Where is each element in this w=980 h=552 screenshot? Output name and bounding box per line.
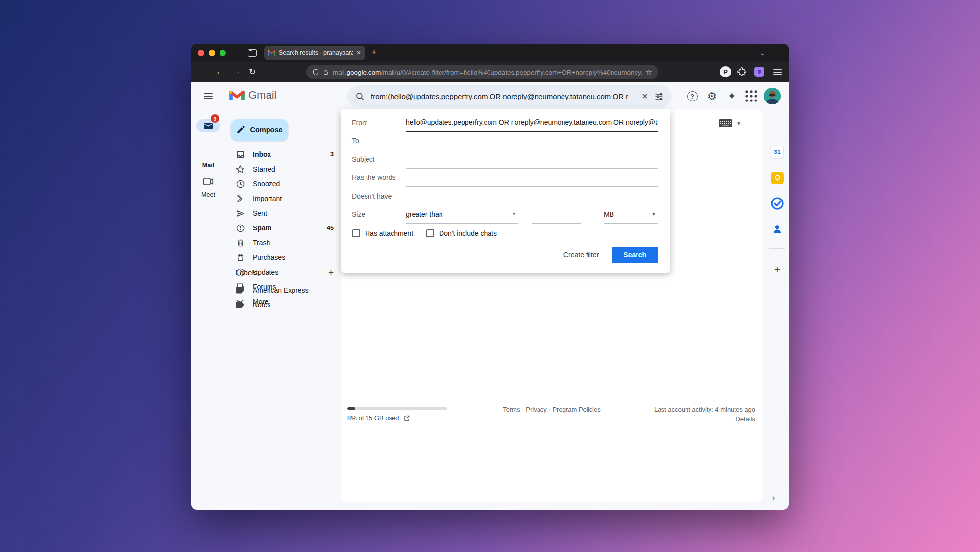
browser-tab[interactable]: Search results - pranayparab20 ✕ bbox=[264, 46, 365, 60]
meet-camera-icon[interactable] bbox=[203, 177, 214, 186]
browser-window: Search results - pranayparab20 ✕ + ⌄ ← →… bbox=[191, 44, 789, 510]
help-icon[interactable]: ? bbox=[686, 90, 699, 102]
url-text[interactable]: mail.google.com/mail/u/0/#create-filter/… bbox=[333, 69, 642, 76]
size-operator-select[interactable]: greater than ▼ bbox=[406, 205, 518, 224]
calendar-icon[interactable]: 31 bbox=[771, 146, 784, 158]
shield-icon[interactable] bbox=[312, 68, 319, 76]
sidebar-toggle-icon[interactable] bbox=[248, 49, 257, 57]
tasks-icon[interactable] bbox=[771, 197, 784, 210]
bookmark-star-icon[interactable]: ☆ bbox=[646, 68, 652, 76]
external-link-icon[interactable] bbox=[403, 415, 410, 422]
clear-search-icon[interactable]: ✕ bbox=[642, 92, 648, 101]
dont-include-chats-checkbox[interactable] bbox=[426, 229, 434, 237]
gmail-favicon bbox=[268, 50, 275, 56]
back-button[interactable]: ← bbox=[216, 67, 224, 76]
pencil-icon bbox=[236, 125, 245, 134]
label-tag-icon bbox=[235, 300, 245, 310]
send-icon bbox=[235, 208, 245, 218]
label-item-notes[interactable]: Notes bbox=[225, 298, 341, 312]
chevron-down-icon: ▼ bbox=[736, 121, 741, 126]
forward-button[interactable]: → bbox=[232, 67, 241, 76]
filter-row-doesnt-have: Doesn't have bbox=[352, 187, 658, 205]
to-input[interactable] bbox=[406, 132, 658, 151]
search-options-icon[interactable] bbox=[654, 92, 664, 101]
filter-row-from: From hello@updates.pepperfry.com OR nore… bbox=[352, 113, 658, 132]
desktop: { "browser": { "tab_title": "Search resu… bbox=[0, 0, 980, 552]
labels-header: Labels + bbox=[235, 265, 334, 280]
account-avatar[interactable] bbox=[764, 88, 781, 104]
size-value-input[interactable] bbox=[532, 205, 581, 224]
sidebar-item-snoozed[interactable]: Snoozed bbox=[225, 176, 341, 191]
main-menu-icon[interactable] bbox=[204, 93, 213, 99]
compose-label: Compose bbox=[250, 126, 282, 134]
input-tools-control[interactable]: ▼ bbox=[719, 119, 741, 127]
tab-list-chevron-icon[interactable]: ⌄ bbox=[760, 50, 765, 57]
important-marker-icon bbox=[235, 194, 245, 203]
profile-badge-icon[interactable]: P bbox=[720, 66, 731, 77]
star-icon bbox=[235, 164, 245, 174]
doesnt-have-input[interactable] bbox=[406, 187, 658, 205]
gmail-sidebar: Compose Inbox 3 Starred Snoozed bbox=[225, 110, 341, 510]
search-input[interactable]: from:(hello@updates.pepperfry.com OR nor… bbox=[371, 92, 636, 100]
tab-title: Search results - pranayparab20 bbox=[279, 50, 353, 56]
keep-icon[interactable] bbox=[771, 172, 784, 184]
create-label-button[interactable]: + bbox=[328, 267, 334, 278]
sidebar-item-trash[interactable]: Trash bbox=[225, 235, 341, 250]
new-tab-button[interactable]: + bbox=[371, 47, 377, 58]
contacts-icon[interactable] bbox=[771, 223, 784, 235]
sidebar-item-sent[interactable]: Sent bbox=[225, 206, 341, 221]
tab-close-icon[interactable]: ✕ bbox=[356, 50, 361, 56]
last-account-activity: Last account activity: 4 minutes ago bbox=[654, 406, 755, 413]
sidebar-item-purchases[interactable]: Purchases bbox=[225, 250, 341, 265]
filter-buttons: Create filter Search bbox=[352, 247, 658, 263]
google-apps-grid-icon[interactable] bbox=[745, 90, 758, 102]
hide-side-panel-chevron-icon[interactable]: › bbox=[772, 493, 775, 502]
settings-gear-icon[interactable]: ⚙ bbox=[706, 90, 718, 102]
sidebar-item-important[interactable]: Important bbox=[225, 191, 341, 206]
search-button[interactable]: Search bbox=[612, 247, 658, 263]
dropdown-arrow-icon: ▼ bbox=[512, 211, 518, 217]
sidebar-item-inbox[interactable]: Inbox 3 bbox=[225, 147, 341, 162]
label-tag-icon bbox=[235, 285, 245, 295]
browser-menu-icon[interactable] bbox=[773, 69, 782, 75]
browser-tab-bar: Search results - pranayparab20 ✕ + ⌄ bbox=[191, 44, 789, 62]
app-rail: 3 Mail Meet bbox=[191, 110, 225, 510]
sidebar-item-starred[interactable]: Starred bbox=[225, 162, 341, 176]
search-icon[interactable] bbox=[355, 92, 365, 101]
get-add-ons-button[interactable]: + bbox=[771, 263, 784, 276]
from-input[interactable]: hello@updates.pepperfry.com OR noreply@n… bbox=[406, 113, 658, 132]
has-attachment-label: Has attachment bbox=[365, 229, 413, 237]
trash-icon bbox=[235, 238, 245, 248]
has-words-input[interactable] bbox=[406, 169, 658, 187]
lock-icon bbox=[323, 69, 329, 76]
minimize-window-button[interactable] bbox=[209, 50, 215, 56]
search-filter-panel: From hello@updates.pepperfry.com OR nore… bbox=[341, 109, 670, 273]
gmail-logo: Gmail bbox=[229, 89, 276, 101]
browser-toolbar: ← → ↻ mail.google.com/mail/u/0/#create-f… bbox=[191, 62, 789, 82]
label-item-american-express[interactable]: American Express bbox=[225, 283, 341, 298]
address-bar[interactable]: mail.google.com/mail/u/0/#create-filter/… bbox=[306, 65, 658, 79]
inbox-icon bbox=[235, 150, 245, 159]
dropdown-arrow-icon: ▼ bbox=[651, 211, 658, 217]
extension-icon[interactable] bbox=[754, 67, 764, 77]
size-unit-select[interactable]: MB ▼ bbox=[604, 205, 658, 224]
gemini-sparkle-icon[interactable]: ✦ bbox=[725, 90, 738, 102]
zoom-window-button[interactable] bbox=[220, 50, 226, 56]
gmail-wordmark: Gmail bbox=[248, 89, 276, 101]
filter-row-subject: Subject bbox=[352, 150, 658, 169]
shopping-bag-icon bbox=[235, 252, 245, 262]
subject-input[interactable] bbox=[406, 150, 658, 169]
search-bar[interactable]: from:(hello@updates.pepperfry.com OR nor… bbox=[347, 85, 672, 107]
filter-row-to: To bbox=[352, 132, 658, 151]
spam-icon bbox=[235, 223, 245, 233]
has-attachment-checkbox[interactable] bbox=[352, 229, 360, 237]
sidebar-item-spam[interactable]: Spam 45 bbox=[225, 221, 341, 235]
reload-button[interactable]: ↻ bbox=[249, 67, 256, 77]
compose-button[interactable]: Compose bbox=[231, 119, 288, 141]
create-filter-button[interactable]: Create filter bbox=[556, 247, 607, 263]
close-window-button[interactable] bbox=[198, 50, 204, 56]
extensions-puzzle-icon[interactable] bbox=[737, 67, 747, 77]
details-link[interactable]: Details bbox=[735, 415, 755, 423]
filter-checkbox-row: Has attachment Don't include chats bbox=[352, 224, 658, 243]
labels-list: American Express Notes bbox=[225, 283, 341, 312]
